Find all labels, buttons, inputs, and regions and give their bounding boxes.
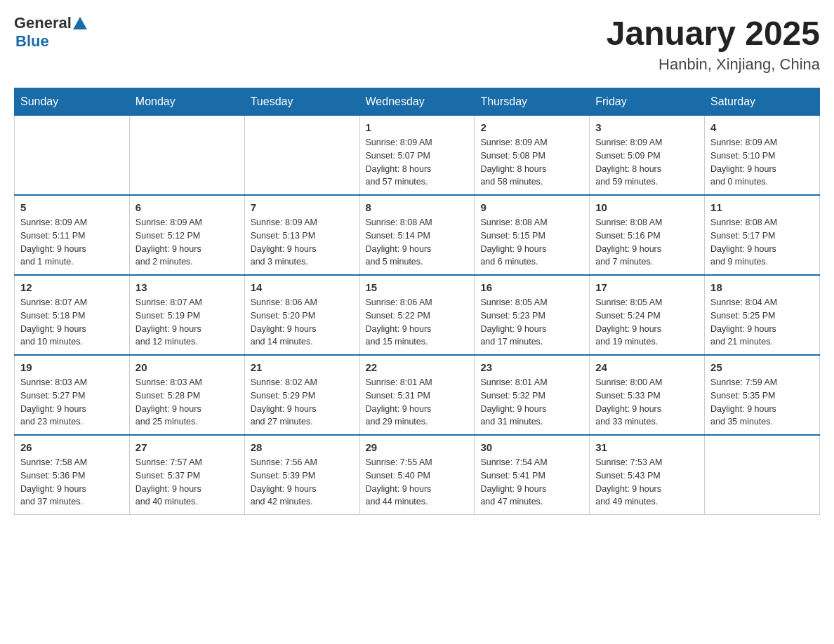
logo-triangle-icon [73,17,87,29]
calendar-cell: 26Sunrise: 7:58 AM Sunset: 5:36 PM Dayli… [15,435,130,515]
calendar-week-row: 26Sunrise: 7:58 AM Sunset: 5:36 PM Dayli… [15,435,820,515]
calendar-cell: 6Sunrise: 8:09 AM Sunset: 5:12 PM Daylig… [129,195,244,275]
day-number: 25 [710,361,814,373]
calendar-cell: 11Sunrise: 8:08 AM Sunset: 5:17 PM Dayli… [705,195,820,275]
calendar-cell: 7Sunrise: 8:09 AM Sunset: 5:13 PM Daylig… [244,195,359,275]
day-info: Sunrise: 8:09 AM Sunset: 5:07 PM Dayligh… [366,136,469,189]
calendar-cell: 1Sunrise: 8:09 AM Sunset: 5:07 PM Daylig… [359,116,475,196]
calendar-cell: 23Sunrise: 8:01 AM Sunset: 5:32 PM Dayli… [475,355,590,435]
day-info: Sunrise: 8:03 AM Sunset: 5:28 PM Dayligh… [135,376,239,429]
day-info: Sunrise: 8:09 AM Sunset: 5:11 PM Dayligh… [20,216,124,269]
calendar-cell [129,116,244,196]
calendar-cell: 31Sunrise: 7:53 AM Sunset: 5:43 PM Dayli… [590,435,705,515]
day-header-sunday: Sunday [15,88,130,116]
day-number: 2 [480,121,583,133]
day-header-saturday: Saturday [705,88,820,116]
calendar-cell: 27Sunrise: 7:57 AM Sunset: 5:37 PM Dayli… [129,435,244,515]
day-info: Sunrise: 8:04 AM Sunset: 5:25 PM Dayligh… [710,296,814,349]
day-number: 5 [20,201,124,213]
calendar-title: January 2025 [607,14,820,53]
day-info: Sunrise: 8:01 AM Sunset: 5:32 PM Dayligh… [480,376,583,429]
calendar-cell: 24Sunrise: 8:00 AM Sunset: 5:33 PM Dayli… [590,355,705,435]
calendar-cell: 22Sunrise: 8:01 AM Sunset: 5:31 PM Dayli… [359,355,475,435]
calendar-cell: 20Sunrise: 8:03 AM Sunset: 5:28 PM Dayli… [129,355,244,435]
calendar-cell: 2Sunrise: 8:09 AM Sunset: 5:08 PM Daylig… [475,116,590,196]
day-info: Sunrise: 8:09 AM Sunset: 5:13 PM Dayligh… [251,216,354,269]
day-info: Sunrise: 7:59 AM Sunset: 5:35 PM Dayligh… [710,376,814,429]
calendar-cell [15,116,130,196]
calendar-cell: 29Sunrise: 7:55 AM Sunset: 5:40 PM Dayli… [359,435,475,515]
day-header-thursday: Thursday [475,88,590,116]
day-number: 15 [366,281,469,293]
calendar-cell: 21Sunrise: 8:02 AM Sunset: 5:29 PM Dayli… [244,355,359,435]
day-number: 14 [251,281,354,293]
day-number: 20 [135,361,239,373]
calendar-cell: 3Sunrise: 8:09 AM Sunset: 5:09 PM Daylig… [590,116,705,196]
day-info: Sunrise: 8:09 AM Sunset: 5:12 PM Dayligh… [135,216,239,269]
day-number: 12 [20,281,124,293]
day-header-friday: Friday [590,88,705,116]
day-info: Sunrise: 8:08 AM Sunset: 5:16 PM Dayligh… [595,216,699,269]
day-info: Sunrise: 7:53 AM Sunset: 5:43 PM Dayligh… [595,456,699,509]
day-info: Sunrise: 8:08 AM Sunset: 5:15 PM Dayligh… [480,216,583,269]
day-info: Sunrise: 8:09 AM Sunset: 5:08 PM Dayligh… [480,136,583,189]
calendar-week-row: 1Sunrise: 8:09 AM Sunset: 5:07 PM Daylig… [15,116,820,196]
svg-marker-0 [73,17,87,29]
calendar-cell: 15Sunrise: 8:06 AM Sunset: 5:22 PM Dayli… [359,275,475,355]
day-info: Sunrise: 8:05 AM Sunset: 5:24 PM Dayligh… [595,296,699,349]
day-number: 29 [366,441,469,453]
day-number: 23 [480,361,583,373]
calendar-cell: 30Sunrise: 7:54 AM Sunset: 5:41 PM Dayli… [475,435,590,515]
day-number: 31 [595,441,699,453]
calendar-cell [705,435,820,515]
day-number: 11 [710,201,814,213]
day-number: 19 [20,361,124,373]
day-number: 3 [595,121,699,133]
day-number: 9 [480,201,583,213]
day-number: 18 [710,281,814,293]
day-number: 27 [135,441,239,453]
logo-blue-text: Blue [15,32,49,51]
calendar-header-row: SundayMondayTuesdayWednesdayThursdayFrid… [15,88,820,116]
day-number: 1 [366,121,469,133]
day-info: Sunrise: 7:58 AM Sunset: 5:36 PM Dayligh… [20,456,124,509]
calendar-cell: 10Sunrise: 8:08 AM Sunset: 5:16 PM Dayli… [590,195,705,275]
calendar-cell: 16Sunrise: 8:05 AM Sunset: 5:23 PM Dayli… [475,275,590,355]
day-info: Sunrise: 8:02 AM Sunset: 5:29 PM Dayligh… [251,376,354,429]
day-info: Sunrise: 8:08 AM Sunset: 5:14 PM Dayligh… [366,216,469,269]
calendar-cell: 17Sunrise: 8:05 AM Sunset: 5:24 PM Dayli… [590,275,705,355]
logo-general-text: General [14,14,72,32]
calendar-cell: 14Sunrise: 8:06 AM Sunset: 5:20 PM Dayli… [244,275,359,355]
calendar-cell: 13Sunrise: 8:07 AM Sunset: 5:19 PM Dayli… [129,275,244,355]
day-info: Sunrise: 7:54 AM Sunset: 5:41 PM Dayligh… [480,456,583,509]
day-info: Sunrise: 7:57 AM Sunset: 5:37 PM Dayligh… [135,456,239,509]
day-info: Sunrise: 7:56 AM Sunset: 5:39 PM Dayligh… [251,456,354,509]
calendar-cell: 4Sunrise: 8:09 AM Sunset: 5:10 PM Daylig… [705,116,820,196]
day-number: 8 [366,201,469,213]
day-number: 28 [251,441,354,453]
calendar-cell: 25Sunrise: 7:59 AM Sunset: 5:35 PM Dayli… [705,355,820,435]
calendar-week-row: 19Sunrise: 8:03 AM Sunset: 5:27 PM Dayli… [15,355,820,435]
day-info: Sunrise: 8:05 AM Sunset: 5:23 PM Dayligh… [480,296,583,349]
calendar-cell: 8Sunrise: 8:08 AM Sunset: 5:14 PM Daylig… [359,195,475,275]
day-info: Sunrise: 8:09 AM Sunset: 5:09 PM Dayligh… [595,136,699,189]
logo: General Blue [14,14,87,51]
day-number: 7 [251,201,354,213]
day-number: 16 [480,281,583,293]
calendar-table: SundayMondayTuesdayWednesdayThursdayFrid… [14,88,820,515]
day-number: 26 [20,441,124,453]
day-info: Sunrise: 8:01 AM Sunset: 5:31 PM Dayligh… [366,376,469,429]
day-number: 21 [251,361,354,373]
calendar-cell [244,116,359,196]
day-info: Sunrise: 8:09 AM Sunset: 5:10 PM Dayligh… [710,136,814,189]
day-info: Sunrise: 8:07 AM Sunset: 5:18 PM Dayligh… [20,296,124,349]
day-number: 17 [595,281,699,293]
day-info: Sunrise: 8:03 AM Sunset: 5:27 PM Dayligh… [20,376,124,429]
day-info: Sunrise: 7:55 AM Sunset: 5:40 PM Dayligh… [366,456,469,509]
day-info: Sunrise: 8:00 AM Sunset: 5:33 PM Dayligh… [595,376,699,429]
calendar-cell: 9Sunrise: 8:08 AM Sunset: 5:15 PM Daylig… [475,195,590,275]
day-info: Sunrise: 8:07 AM Sunset: 5:19 PM Dayligh… [135,296,239,349]
day-info: Sunrise: 8:08 AM Sunset: 5:17 PM Dayligh… [710,216,814,269]
calendar-cell: 5Sunrise: 8:09 AM Sunset: 5:11 PM Daylig… [15,195,130,275]
calendar-subtitle: Hanbin, Xinjiang, China [607,55,820,74]
